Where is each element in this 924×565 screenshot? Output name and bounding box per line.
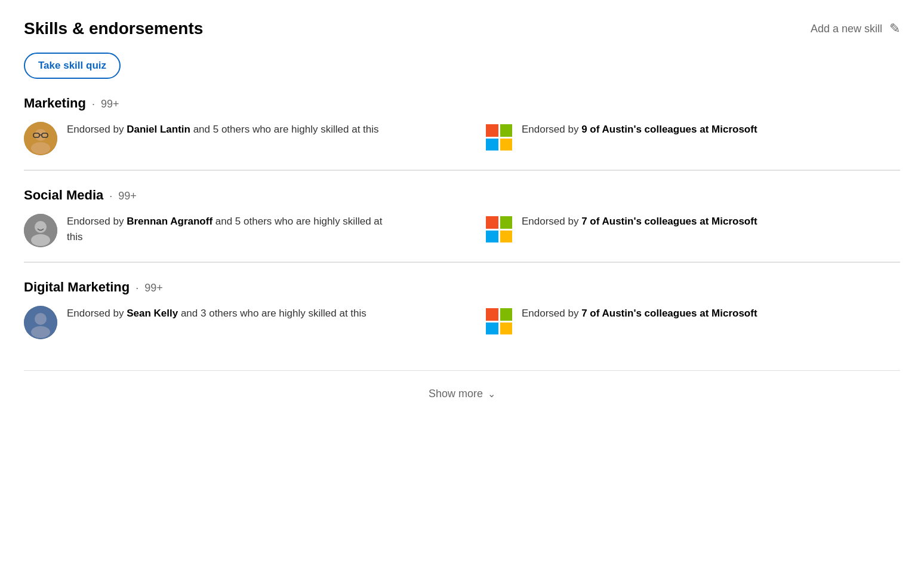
ms-red-2 <box>486 216 498 229</box>
edit-icon[interactable]: ✎ <box>889 21 900 36</box>
avatar-marketing[interactable] <box>24 122 57 155</box>
person-endorsement-text-digital: Endorsed by Sean Kelly and 3 others who … <box>67 306 366 321</box>
ms-yellow-3 <box>500 323 513 335</box>
skill-name-row-digital: Digital Marketing · 99+ <box>24 280 900 295</box>
company-endorsement-marketing: Endorsed by 9 of Austin's colleagues at … <box>486 122 900 151</box>
microsoft-logo-digital <box>486 308 512 334</box>
skill-name-row: Marketing · 99+ <box>24 96 900 111</box>
skill-count-digital: 99+ <box>144 282 163 294</box>
skill-count-social: 99+ <box>118 190 137 202</box>
endorsements-row-digital: Endorsed by Sean Kelly and 3 others who … <box>24 306 900 339</box>
chevron-down-icon: ⌄ <box>488 388 495 400</box>
person-endorsement-text-marketing: Endorsed by Daniel Lantin and 5 others w… <box>67 122 379 137</box>
person-endorsement-text-social: Endorsed by Brennan Agranoff and 5 other… <box>67 214 395 244</box>
company-endorsement-text-social: Endorsed by 7 of Austin's colleagues at … <box>522 214 757 229</box>
skills-endorsements-card: Skills & endorsements Add a new skill ✎ … <box>0 0 924 565</box>
company-endorsement-digital: Endorsed by 7 of Austin's colleagues at … <box>486 306 900 334</box>
microsoft-logo-social <box>486 216 512 242</box>
company-endorsement-social: Endorsed by 7 of Austin's colleagues at … <box>486 214 900 242</box>
avatar-social[interactable] <box>24 214 57 247</box>
skill-name-digital: Digital Marketing <box>24 280 130 295</box>
show-more-button[interactable]: Show more ⌄ <box>429 388 495 400</box>
person-endorsement-digital: Endorsed by Sean Kelly and 3 others who … <box>24 306 438 339</box>
skill-section-social-media: Social Media · 99+ <box>24 170 900 262</box>
person-endorsement-social: Endorsed by Brennan Agranoff and 5 other… <box>24 214 438 247</box>
add-skill-link[interactable]: Add a new skill <box>811 23 882 35</box>
company-endorsement-text-marketing: Endorsed by 9 of Austin's colleagues at … <box>522 122 757 137</box>
microsoft-logo-marketing <box>486 124 512 151</box>
person-endorsement-marketing: Endorsed by Daniel Lantin and 5 others w… <box>24 122 438 155</box>
header-actions: Add a new skill ✎ <box>811 21 900 36</box>
svg-point-10 <box>35 313 47 325</box>
ms-blue-3 <box>486 323 498 335</box>
ms-blue-2 <box>486 231 498 243</box>
skill-section-marketing: Marketing · 99+ <box>24 96 900 170</box>
ms-green <box>500 124 513 137</box>
ms-green-3 <box>500 308 513 321</box>
svg-point-11 <box>31 326 50 338</box>
skill-name-row-social: Social Media · 99+ <box>24 188 900 203</box>
skill-name: Marketing <box>24 96 86 111</box>
section-title: Skills & endorsements <box>24 19 203 38</box>
show-more-area: Show more ⌄ <box>24 370 900 419</box>
skill-section-digital-marketing: Digital Marketing · 99+ Endorsed by Sean… <box>24 262 900 354</box>
ms-yellow-2 <box>500 231 513 243</box>
svg-point-2 <box>31 142 50 154</box>
ms-red-3 <box>486 308 498 321</box>
skill-count: 99+ <box>101 98 119 110</box>
take-skill-quiz-button[interactable]: Take skill quiz <box>24 53 121 79</box>
ms-blue <box>486 139 498 151</box>
endorsements-row-social: Endorsed by Brennan Agranoff and 5 other… <box>24 214 900 247</box>
ms-yellow <box>500 139 513 151</box>
svg-point-8 <box>31 234 50 246</box>
endorsements-row: Endorsed by Daniel Lantin and 5 others w… <box>24 122 900 155</box>
avatar-digital[interactable] <box>24 306 57 339</box>
ms-green-2 <box>500 216 513 229</box>
show-more-label: Show more <box>429 388 483 400</box>
skill-name-social: Social Media <box>24 188 103 203</box>
company-endorsement-text-digital: Endorsed by 7 of Austin's colleagues at … <box>522 306 757 321</box>
ms-red <box>486 124 498 137</box>
svg-point-7 <box>35 221 47 233</box>
skills-list: Marketing · 99+ <box>24 96 900 354</box>
section-header: Skills & endorsements Add a new skill ✎ <box>24 19 900 38</box>
